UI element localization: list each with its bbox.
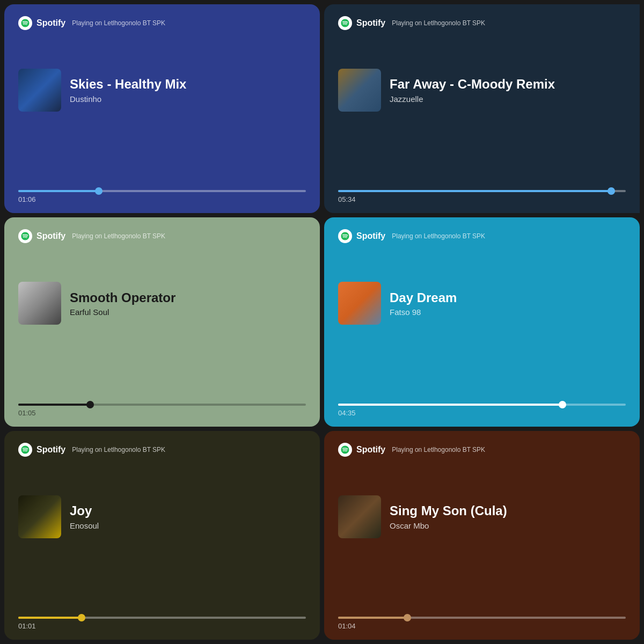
- track-title: Far Away - C-Moody Remix: [390, 77, 555, 92]
- player-card-4: Spotify Playing on Letlhogonolo BT SPK D…: [324, 217, 640, 426]
- progress-bar[interactable]: [18, 404, 306, 406]
- player-card-2: Spotify Playing on Letlhogonolo BT SPK F…: [324, 4, 640, 213]
- progress-area: 01:06: [18, 190, 306, 203]
- spotify-label: Spotify: [36, 445, 65, 455]
- spotify-label: Spotify: [36, 231, 65, 241]
- playing-on-label: Playing on Letlhogonolo BT SPK: [72, 19, 165, 27]
- playing-on-label: Playing on Letlhogonolo BT SPK: [72, 446, 165, 453]
- track-artist: Oscar Mbo: [390, 521, 507, 530]
- card-header: Spotify Playing on Letlhogonolo BT SPK: [338, 229, 626, 243]
- track-title: Day Dream: [390, 290, 457, 306]
- track-info: Far Away - C-Moody Remix Jazzuelle: [338, 69, 626, 112]
- album-art: [338, 495, 381, 538]
- player-card-5: Spotify Playing on Letlhogonolo BT SPK J…: [4, 431, 320, 640]
- playing-on-label: Playing on Letlhogonolo BT SPK: [392, 446, 485, 453]
- progress-bar[interactable]: [18, 617, 306, 619]
- spotify-label: Spotify: [356, 445, 385, 455]
- track-title: Smooth Operator: [70, 290, 175, 306]
- spotify-icon: [338, 229, 352, 243]
- progress-bar[interactable]: [338, 190, 626, 192]
- track-info: Joy Enosoul: [18, 495, 306, 538]
- album-art: [338, 282, 381, 325]
- spotify-icon: [18, 16, 32, 30]
- progress-area: 04:35: [338, 404, 626, 417]
- track-artist: Dustinho: [70, 94, 186, 104]
- time-label: 01:01: [18, 622, 306, 630]
- progress-area: 05:34: [338, 190, 626, 203]
- progress-area: 01:01: [18, 617, 306, 630]
- card-header: Spotify Playing on Letlhogonolo BT SPK: [18, 229, 306, 243]
- card-header: Spotify Playing on Letlhogonolo BT SPK: [18, 16, 306, 30]
- playing-on-label: Playing on Letlhogonolo BT SPK: [72, 232, 165, 240]
- spotify-icon: [18, 443, 32, 457]
- track-text: Skies - Healthy Mix Dustinho: [70, 77, 186, 104]
- spotify-icon: [338, 16, 352, 30]
- track-artist: Fatso 98: [390, 308, 457, 317]
- time-label: 01:05: [18, 409, 306, 417]
- player-card-1: Spotify Playing on Letlhogonolo BT SPK S…: [4, 4, 320, 213]
- track-text: Smooth Operator Earful Soul: [70, 290, 175, 317]
- album-art: [18, 282, 61, 325]
- playing-on-label: Playing on Letlhogonolo BT SPK: [392, 232, 485, 240]
- track-info: Skies - Healthy Mix Dustinho: [18, 69, 306, 112]
- track-title: Sing My Son (Cula): [390, 503, 507, 519]
- track-artist: Earful Soul: [70, 308, 175, 317]
- track-artist: Enosoul: [70, 521, 99, 530]
- spotify-icon: [338, 443, 352, 457]
- spotify-label: Spotify: [356, 18, 385, 28]
- time-label: 01:04: [338, 622, 626, 630]
- time-label: 05:34: [338, 195, 626, 203]
- progress-area: 01:05: [18, 404, 306, 417]
- track-info: Sing My Son (Cula) Oscar Mbo: [338, 495, 626, 538]
- spotify-label: Spotify: [356, 231, 385, 241]
- track-text: Far Away - C-Moody Remix Jazzuelle: [390, 77, 555, 104]
- spotify-label: Spotify: [36, 18, 65, 28]
- track-text: Sing My Son (Cula) Oscar Mbo: [390, 503, 507, 530]
- track-text: Joy Enosoul: [70, 503, 99, 530]
- progress-area: 01:04: [338, 617, 626, 630]
- time-label: 01:06: [18, 195, 306, 203]
- progress-bar[interactable]: [338, 404, 626, 406]
- progress-bar[interactable]: [18, 190, 306, 192]
- spotify-icon: [18, 229, 32, 243]
- playing-on-label: Playing on Letlhogonolo BT SPK: [392, 19, 485, 27]
- album-art: [18, 69, 61, 112]
- card-header: Spotify Playing on Letlhogonolo BT SPK: [18, 443, 306, 457]
- player-card-3: Spotify Playing on Letlhogonolo BT SPK S…: [4, 217, 320, 426]
- track-title: Skies - Healthy Mix: [70, 77, 186, 92]
- track-artist: Jazzuelle: [390, 94, 555, 104]
- album-art: [338, 69, 381, 112]
- album-art: [18, 495, 61, 538]
- track-text: Day Dream Fatso 98: [390, 290, 457, 317]
- track-info: Day Dream Fatso 98: [338, 282, 626, 325]
- card-header: Spotify Playing on Letlhogonolo BT SPK: [338, 443, 626, 457]
- track-title: Joy: [70, 503, 99, 519]
- player-card-6: Spotify Playing on Letlhogonolo BT SPK S…: [324, 431, 640, 640]
- progress-bar[interactable]: [338, 617, 626, 619]
- track-info: Smooth Operator Earful Soul: [18, 282, 306, 325]
- time-label: 04:35: [338, 409, 626, 417]
- card-header: Spotify Playing on Letlhogonolo BT SPK: [338, 16, 626, 30]
